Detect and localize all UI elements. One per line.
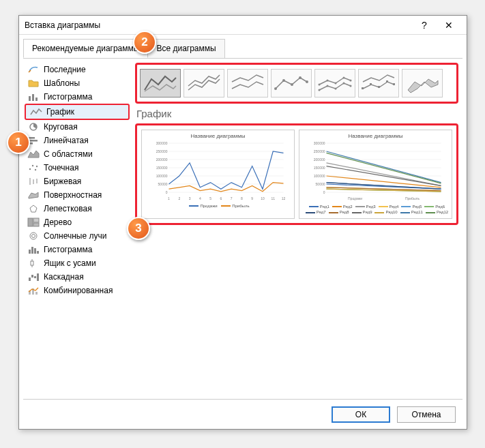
svg-rect-50 (370, 83, 372, 85)
svg-text:8: 8 (241, 196, 243, 200)
svg-text:1: 1 (168, 196, 170, 200)
ok-button[interactable]: ОК (332, 406, 390, 423)
main-panel: График Название диаграммы 05000010000015… (131, 59, 462, 399)
templates-icon (27, 78, 40, 88)
line-icon (30, 107, 42, 117)
sidebar-item-scatter[interactable]: Точечная (23, 161, 131, 175)
subtype-100-stacked-line[interactable] (227, 69, 268, 98)
svg-rect-1 (32, 94, 34, 101)
close-button[interactable]: ✕ (437, 20, 461, 31)
svg-point-39 (319, 89, 321, 91)
svg-marker-14 (30, 205, 37, 212)
svg-text:4: 4 (199, 196, 201, 200)
svg-point-8 (32, 165, 33, 166)
svg-text:11: 11 (271, 196, 275, 200)
svg-point-44 (319, 84, 321, 86)
legend-item: Ряд6 (435, 205, 445, 209)
callout-1: 1 (7, 131, 30, 154)
preview-2[interactable]: Название диаграммы 050000100000150000200… (299, 130, 452, 219)
legend-item: Продажи (200, 204, 217, 208)
sidebar-item-label: Каскадная (44, 272, 84, 282)
sidebar-item-area[interactable]: С областями (23, 147, 131, 161)
sidebar-item-label: Гистограмма (44, 245, 92, 254)
svg-text:150000: 150000 (314, 166, 325, 170)
svg-rect-27 (29, 278, 31, 281)
svg-rect-22 (34, 248, 36, 254)
svg-text:250000: 250000 (156, 149, 168, 153)
subtype-line[interactable] (140, 69, 181, 98)
svg-rect-30 (37, 273, 39, 281)
sidebar-item-combo[interactable]: Комбинированная (23, 284, 131, 297)
svg-rect-23 (37, 251, 39, 254)
svg-rect-49 (362, 87, 364, 89)
sidebar-item-histogram[interactable]: Гистограмма (23, 243, 131, 256)
svg-text:6: 6 (220, 196, 222, 200)
radar-icon (27, 204, 40, 213)
sidebar-item-radar[interactable]: Лепестковая (23, 202, 131, 215)
svg-text:9: 9 (251, 196, 253, 200)
legend-item: Ряд10 (385, 210, 397, 214)
sidebar-item-line[interactable]: График (25, 104, 130, 120)
subtype-line-markers[interactable] (271, 69, 312, 98)
cancel-button[interactable]: Отмена (397, 406, 456, 423)
svg-point-10 (36, 166, 38, 167)
area-icon (27, 149, 40, 159)
tab-all-charts[interactable]: Все диаграммы (147, 39, 224, 58)
sidebar-item-column[interactable]: Гистограмма (23, 90, 131, 104)
svg-point-36 (291, 83, 293, 86)
stock-icon (27, 177, 40, 186)
sidebar-item-pie[interactable]: Круговая (23, 120, 131, 134)
preview-1-chart: 0500001000001500002000002500003000001234… (145, 140, 291, 202)
tab-recommended[interactable]: Рекомендуемые диаграммы (23, 39, 148, 58)
svg-point-48 (350, 80, 352, 82)
sidebar-item-label: Ящик с усами (44, 258, 96, 268)
sidebar-item-boxplot[interactable]: Ящик с усами (23, 256, 131, 270)
preview-1-title: Название диаграммы (145, 133, 291, 139)
svg-point-7 (29, 168, 31, 170)
svg-rect-28 (31, 275, 33, 278)
svg-text:300000: 300000 (314, 141, 325, 145)
svg-rect-20 (29, 250, 31, 254)
sidebar-item-label: Лепестковая (44, 204, 92, 213)
svg-text:100000: 100000 (156, 174, 168, 178)
surface-icon (27, 190, 40, 200)
sidebar-item-templates[interactable]: Шаблоны (23, 76, 131, 90)
svg-text:0: 0 (166, 190, 168, 194)
svg-rect-15 (28, 218, 33, 226)
svg-point-34 (274, 87, 277, 90)
subtype-stacked-line-markers[interactable] (314, 69, 355, 98)
preview-2-chart: 050000100000150000200000250000300000Прод… (302, 140, 449, 202)
subtype-3d-line[interactable] (402, 69, 443, 98)
preview-1-legend: Продажи Прибыль (145, 204, 291, 208)
svg-text:Прибыль: Прибыль (405, 196, 420, 200)
sidebar-item-surface[interactable]: Поверхностная (23, 188, 131, 202)
preview-1[interactable]: Название диаграммы 050000100000150000200… (141, 130, 295, 219)
combo-icon (27, 286, 40, 295)
subtype-stacked-line[interactable] (183, 69, 224, 98)
sidebar-item-waterfall[interactable]: Каскадная (23, 270, 131, 284)
callout-2: 2 (133, 31, 156, 54)
sunburst-icon (27, 231, 40, 241)
sidebar-item-treemap[interactable]: Дерево (23, 215, 131, 229)
svg-rect-17 (33, 223, 39, 226)
svg-text:Продажи: Продажи (348, 196, 362, 200)
svg-point-37 (299, 76, 302, 79)
sidebar-item-stock[interactable]: Биржевая (23, 175, 131, 188)
sidebar-item-label: Круговая (44, 122, 78, 132)
help-button[interactable]: ? (412, 20, 437, 31)
sidebar-item-recent[interactable]: Последние (23, 63, 131, 76)
sidebar-item-bar[interactable]: Линейчатая (23, 134, 131, 147)
svg-text:5: 5 (209, 196, 211, 200)
sidebar-item-label: Точечная (44, 163, 78, 173)
sidebar-item-sunburst[interactable]: Солнечные лучи (23, 229, 131, 243)
callout-3: 3 (127, 217, 150, 240)
preview-2-legend: Ряд1Ряд2Ряд3Ряд4Ряд5Ряд6Ряд7Ряд8Ряд9Ряд1… (302, 204, 449, 215)
sidebar-item-label: Линейчатая (44, 136, 89, 145)
svg-text:300000: 300000 (156, 141, 168, 145)
subtype-100-stacked-line-markers[interactable] (358, 69, 399, 98)
svg-point-46 (335, 83, 337, 85)
svg-text:7: 7 (231, 196, 233, 200)
legend-item: Прибыль (232, 204, 249, 208)
svg-point-41 (335, 88, 337, 90)
legend-item: Ряд2 (343, 205, 353, 209)
